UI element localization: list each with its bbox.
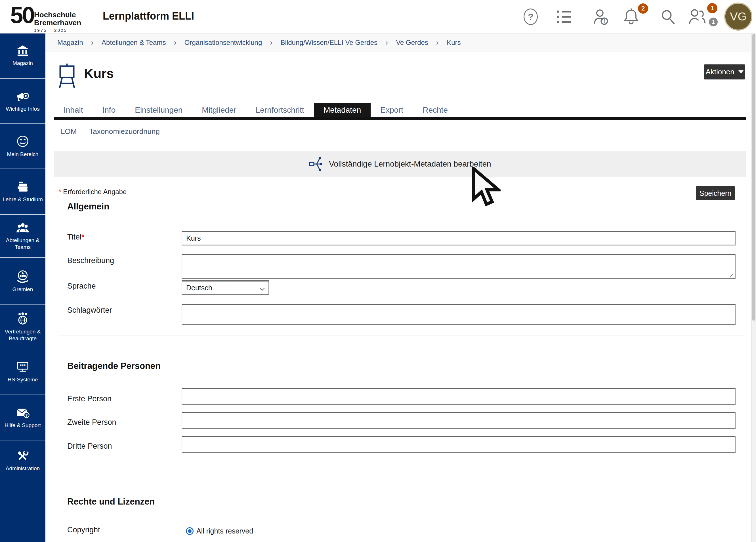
tab-info[interactable]: Info: [93, 103, 125, 117]
globe-people-icon: [16, 312, 30, 325]
sidebar-item-magazin[interactable]: Magazin: [0, 33, 45, 79]
university-logo: Hochschule Bremerhaven 1975 – 2025: [34, 11, 81, 33]
actions-button[interactable]: Aktionen: [704, 64, 745, 79]
schlagwoerter-input[interactable]: [182, 304, 736, 325]
section-heading-beitragende: Beitragende Personen: [67, 361, 161, 371]
megaphone-icon: [16, 90, 30, 102]
top-header: 50 Hochschule Bremerhaven 1975 – 2025 Le…: [0, 0, 756, 33]
titel-input[interactable]: [182, 231, 736, 245]
search-button[interactable]: [660, 9, 676, 26]
sidebar-item-label: Gremien: [12, 286, 33, 293]
tab-bar: Inhalt Info Einstellungen Mitglieder Ler…: [54, 103, 457, 117]
copyright-radio-label: All rights reserved: [196, 527, 253, 535]
beschreibung-textarea[interactable]: [182, 254, 736, 279]
logo-years: 1975 – 2025: [34, 28, 81, 33]
question-mark-icon: ?: [524, 9, 538, 25]
mail-question-icon: ?: [16, 406, 30, 419]
avatar[interactable]: VG: [724, 3, 752, 31]
tab-lernfortschritt[interactable]: Lernfortschritt: [246, 103, 314, 117]
breadcrumb-item[interactable]: Organisationsentwicklung: [184, 39, 262, 47]
radio-dot: [188, 529, 192, 533]
sprache-label: Sprache: [67, 282, 96, 291]
tab-einstellungen[interactable]: Einstellungen: [125, 103, 192, 117]
sidebar-item-label: Lehre & Studium: [3, 196, 43, 203]
tab-export[interactable]: Export: [371, 103, 413, 117]
sidebar-item-vertretungen[interactable]: Vertretungen & Beauftragte: [0, 305, 45, 349]
contacts-badge-bottom: 1: [709, 18, 718, 26]
subtab-lom[interactable]: LOM: [61, 127, 77, 136]
copyright-radio[interactable]: [186, 527, 194, 535]
person-alert-icon: !: [593, 8, 610, 26]
sidebar-item-gremien[interactable]: Gremien: [0, 258, 45, 305]
help-button[interactable]: ?: [524, 9, 538, 25]
list-icon: [557, 10, 571, 13]
sidebar-item-administration[interactable]: Administration: [0, 440, 45, 481]
dritte-person-input[interactable]: [182, 436, 736, 453]
edit-full-metadata-banner[interactable]: Vollständige Lernobjekt-Metadaten bearbe…: [54, 151, 746, 177]
save-button[interactable]: Speichern: [696, 186, 735, 200]
tab-metadaten[interactable]: Metadaten: [314, 103, 371, 117]
sidebar-item-label: Administration: [6, 465, 40, 472]
breadcrumb-item[interactable]: Bildung/Wissen/ELLI Ve Gerdes: [281, 39, 378, 47]
sidebar-item-lehre-studium[interactable]: Lehre & Studium: [0, 169, 45, 215]
scrollbar-thumb[interactable]: [752, 34, 755, 321]
breadcrumb: Magazin › Abteilungen & Teams › Organisa…: [45, 33, 756, 52]
breadcrumb-item[interactable]: Ve Gerdes: [396, 39, 428, 47]
breadcrumb-item-current[interactable]: Kurs: [447, 39, 461, 47]
breadcrumb-item[interactable]: Magazin: [57, 39, 83, 47]
erste-person-label: Erste Person: [67, 394, 112, 403]
svg-text:?: ?: [26, 413, 28, 417]
svg-text:***: ***: [20, 363, 26, 369]
app-title: Lernplattform ELLI: [103, 10, 194, 22]
awareness-button[interactable]: !: [593, 8, 610, 26]
zweite-person-input[interactable]: [182, 412, 736, 429]
sidebar-item-label: Wichtige Infos: [6, 106, 39, 112]
section-divider: [58, 335, 745, 335]
smiley-icon: [16, 135, 29, 148]
sidebar-item-hilfe-support[interactable]: ? Hilfe & Support: [0, 394, 45, 440]
chevron-down-icon: [259, 285, 264, 291]
contacts-badge-top: 1: [707, 3, 717, 13]
sidebar-item-label: Vertretungen & Beauftragte: [1, 328, 44, 342]
chevron-right-icon: ›: [385, 38, 388, 47]
chevron-right-icon: ›: [91, 38, 94, 47]
sprache-select[interactable]: Deutsch: [182, 280, 269, 295]
breadcrumb-item[interactable]: Abteilungen & Teams: [102, 39, 166, 47]
save-button-label: Speichern: [700, 189, 732, 198]
chevron-right-icon: ›: [270, 38, 272, 47]
subtab-taxonomiezuordnung[interactable]: Taxonomiezuordnung: [89, 127, 160, 136]
search-icon: [660, 9, 676, 26]
edit-full-metadata-label: Vollständige Lernobjekt-Metadaten bearbe…: [329, 159, 491, 169]
people-group-icon: [16, 222, 30, 234]
required-asterisk: *: [81, 233, 84, 241]
tab-inhalt[interactable]: Inhalt: [54, 103, 93, 117]
committee-icon: [16, 270, 30, 283]
bell-icon: [623, 7, 640, 26]
tab-rechte[interactable]: Rechte: [413, 103, 457, 117]
required-asterisk: *: [58, 187, 61, 196]
tab-underline: [54, 117, 746, 120]
menu-list-button[interactable]: [557, 10, 571, 23]
bank-icon: [16, 45, 30, 57]
copyright-label: Copyright: [67, 526, 100, 534]
sidebar-item-label: Mein Bereich: [7, 151, 39, 158]
logo-50: 50: [10, 2, 34, 28]
erste-person-input[interactable]: [182, 388, 736, 405]
sidebar-item-wichtige-infos[interactable]: Wichtige Infos: [0, 79, 45, 124]
notifications-button[interactable]: [623, 7, 640, 26]
logo-line1: Hochschule: [34, 11, 81, 19]
sidebar-item-abteilungen-teams[interactable]: Abteilungen & Teams: [0, 215, 45, 258]
logo-line2: Bremerhaven: [34, 19, 81, 27]
actions-button-label: Aktionen: [705, 68, 734, 76]
vertical-scrollbar[interactable]: [751, 33, 756, 542]
sidebar-item-hs-systeme[interactable]: *** HS-Systeme: [0, 349, 45, 394]
copyright-radio-row: All rights reserved: [186, 527, 253, 535]
main-sidebar: Magazin Wichtige Infos Mein Bereich Lehr…: [0, 33, 45, 542]
dritte-person-label: Dritte Person: [67, 442, 112, 451]
tab-mitglieder[interactable]: Mitglieder: [192, 103, 246, 117]
notifications-badge: 2: [638, 3, 648, 14]
monitor-icon: ***: [16, 360, 30, 373]
contacts-button[interactable]: [688, 9, 707, 26]
sidebar-item-label: Magazin: [12, 60, 33, 67]
sidebar-item-mein-bereich[interactable]: Mein Bereich: [0, 124, 45, 169]
